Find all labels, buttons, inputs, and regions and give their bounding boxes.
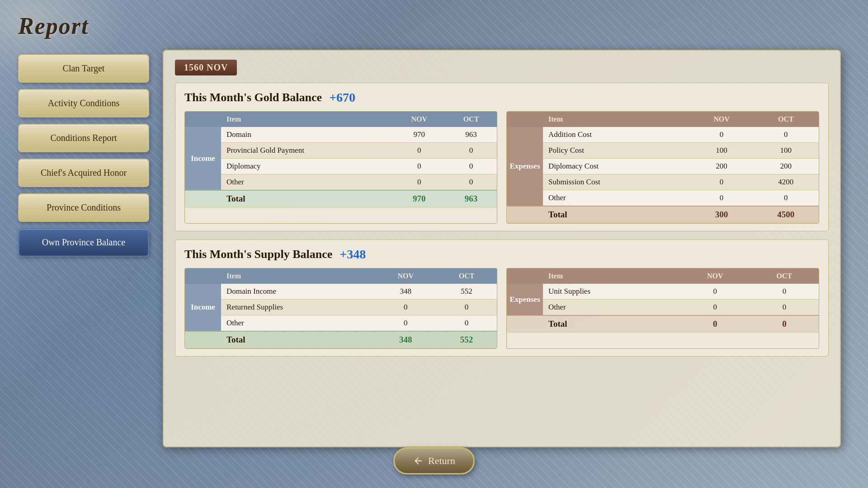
row-oct: 0	[753, 127, 819, 143]
supply-section-header: This Month's Supply Balance +348	[184, 247, 819, 262]
supply-income-table: Item NOV OCT IncomeDomain Income348552Re…	[184, 268, 497, 349]
expenses-label-cell: Expenses	[507, 127, 543, 206]
table-row: Returned Supplies00	[185, 300, 497, 315]
supply-expenses-oct-header: OCT	[750, 268, 819, 284]
gold-income-label-header	[185, 112, 221, 127]
gold-section-title: This Month's Gold Balance	[184, 91, 322, 104]
row-oct: 0	[436, 300, 497, 315]
supply-income-label-header	[185, 268, 221, 284]
supply-expenses-label-header	[507, 268, 543, 284]
supply-section-balance: +348	[340, 247, 366, 262]
row-oct: 963	[445, 127, 497, 143]
row-nov: 0	[690, 127, 753, 143]
row-item: Domain Income	[221, 284, 375, 300]
sidebar-item-clan-target[interactable]: Clan Target	[18, 54, 149, 83]
table-row: Other00	[507, 190, 819, 206]
total-label-empty	[185, 331, 221, 348]
total-label-empty	[507, 206, 543, 223]
gold-tables-row: Item NOV OCT IncomeDomain970963Provincia…	[184, 111, 819, 224]
row-oct: 0	[445, 143, 497, 159]
table-row: Other00	[185, 315, 497, 332]
row-nov: 0	[375, 300, 436, 315]
total-oct: 0	[750, 315, 819, 333]
table-row: IncomeDomain970963	[185, 127, 497, 143]
row-item: Other	[543, 300, 680, 316]
total-row: Total00	[507, 315, 819, 333]
row-oct: 0	[445, 174, 497, 191]
sidebar: Clan TargetActivity ConditionsConditions…	[18, 54, 149, 257]
total-label-empty	[507, 315, 543, 333]
total-label: Total	[221, 331, 375, 348]
date-badge: 1560 NOV	[175, 60, 237, 75]
sidebar-item-chiefs-acquired-honor[interactable]: Chief's Acquired Honor	[18, 159, 149, 187]
row-nov: 348	[375, 284, 436, 300]
expenses-label-cell: Expenses	[507, 284, 543, 315]
total-row: Total348552	[185, 331, 497, 348]
row-item: Diplomacy	[221, 159, 393, 174]
return-icon	[413, 455, 424, 466]
supply-expenses-table: Item NOV OCT ExpensesUnit Supplies00Othe…	[506, 268, 819, 349]
gold-income-oct-header: OCT	[445, 112, 497, 127]
row-oct: 0	[445, 159, 497, 174]
supply-expenses-nov-header: NOV	[680, 268, 750, 284]
table-row: Policy Cost100100	[507, 143, 819, 159]
row-oct: 100	[753, 143, 819, 159]
return-button[interactable]: Return	[393, 447, 475, 474]
row-item: Submission Cost	[543, 174, 690, 190]
total-nov: 0	[680, 315, 750, 333]
row-nov: 100	[690, 143, 753, 159]
total-oct: 552	[436, 331, 497, 348]
row-item: Returned Supplies	[221, 300, 375, 315]
sidebar-item-activity-conditions[interactable]: Activity Conditions	[18, 89, 149, 117]
total-label: Total	[221, 190, 393, 207]
gold-income-table: Item NOV OCT IncomeDomain970963Provincia…	[184, 111, 497, 224]
gold-section-balance: +670	[329, 90, 355, 105]
gold-expenses-item-header: Item	[543, 112, 690, 127]
sidebar-item-conditions-report[interactable]: Conditions Report	[18, 124, 149, 152]
table-row: Submission Cost04200	[507, 174, 819, 190]
sidebar-item-province-conditions[interactable]: Province Conditions	[18, 193, 149, 222]
row-item: Provincial Gold Payment	[221, 143, 393, 159]
row-item: Domain	[221, 127, 393, 143]
row-oct: 552	[436, 284, 497, 300]
row-oct: 0	[436, 315, 497, 332]
table-row: Provincial Gold Payment00	[185, 143, 497, 159]
row-item: Diplomacy Cost	[543, 159, 690, 174]
row-item: Policy Cost	[543, 143, 690, 159]
income-label-cell: Income	[185, 284, 221, 331]
row-nov: 0	[680, 284, 750, 300]
row-nov: 0	[393, 174, 445, 191]
total-label: Total	[543, 206, 690, 223]
row-nov: 0	[393, 143, 445, 159]
total-row: Total970963	[185, 190, 497, 207]
gold-section-header: This Month's Gold Balance +670	[184, 90, 819, 105]
row-oct: 4200	[753, 174, 819, 190]
row-nov: 0	[393, 159, 445, 174]
row-item: Unit Supplies	[543, 284, 680, 300]
table-row: Other00	[185, 174, 497, 191]
total-nov: 348	[375, 331, 436, 348]
row-oct: 0	[750, 300, 819, 316]
row-nov: 970	[393, 127, 445, 143]
table-row: IncomeDomain Income348552	[185, 284, 497, 300]
table-row: ExpensesUnit Supplies00	[507, 284, 819, 300]
gold-expenses-oct-header: OCT	[753, 112, 819, 127]
row-oct: 200	[753, 159, 819, 174]
gold-balance-section: This Month's Gold Balance +670 Item NOV …	[175, 83, 829, 231]
total-nov: 970	[393, 190, 445, 207]
total-label-empty	[185, 190, 221, 207]
total-label: Total	[543, 315, 680, 333]
row-item: Other	[221, 174, 393, 191]
total-nov: 300	[690, 206, 753, 223]
table-row: ExpensesAddition Cost00	[507, 127, 819, 143]
supply-section-title: This Month's Supply Balance	[184, 248, 332, 261]
total-oct: 4500	[753, 206, 819, 223]
gold-income-item-header: Item	[221, 112, 393, 127]
row-nov: 0	[690, 174, 753, 190]
supply-income-item-header: Item	[221, 268, 375, 284]
row-item: Other	[543, 190, 690, 206]
sidebar-item-own-province-balance[interactable]: Own Province Balance	[18, 228, 149, 257]
row-oct: 0	[753, 190, 819, 206]
total-row: Total3004500	[507, 206, 819, 223]
supply-tables-row: Item NOV OCT IncomeDomain Income348552Re…	[184, 268, 819, 349]
